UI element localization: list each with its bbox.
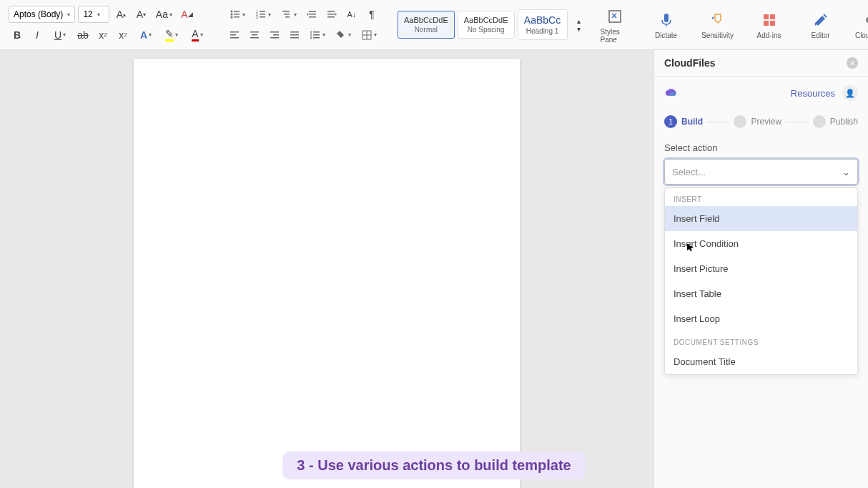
borders-button[interactable]: ▾ bbox=[357, 26, 380, 44]
big-btn-label: Sensitivity bbox=[701, 31, 734, 39]
line-spacing-button[interactable]: ▾ bbox=[306, 26, 329, 44]
svg-rect-30 bbox=[290, 31, 299, 33]
subscript-button[interactable]: x2 bbox=[94, 26, 112, 44]
font-family-value: Aptos (Body) bbox=[14, 9, 63, 19]
svg-point-2 bbox=[231, 14, 233, 16]
svg-rect-35 bbox=[313, 37, 320, 39]
document-page[interactable] bbox=[134, 59, 520, 488]
close-icon[interactable]: ✕ bbox=[847, 57, 858, 69]
svg-rect-17 bbox=[309, 16, 316, 18]
svg-rect-3 bbox=[234, 14, 240, 15]
dropdown-group-label: DOCUMENT SETTINGS bbox=[665, 331, 857, 349]
italic-button[interactable]: I bbox=[29, 26, 46, 44]
clear-formatting-button[interactable]: A◢ bbox=[178, 6, 195, 23]
step-number bbox=[734, 115, 746, 128]
bullets-button[interactable]: ▾ bbox=[226, 6, 249, 23]
chevron-down-icon: ▾ bbox=[67, 11, 70, 18]
bold-button[interactable]: B bbox=[9, 26, 26, 44]
addins-button[interactable]: Add-ins bbox=[749, 3, 789, 47]
user-icon[interactable]: 👤 bbox=[842, 85, 858, 101]
multilevel-list-button[interactable]: ▾ bbox=[277, 6, 300, 23]
editor-button[interactable]: Editor bbox=[801, 3, 841, 47]
increase-font-button[interactable]: A▴ bbox=[112, 6, 129, 23]
dictate-button[interactable]: Dictate bbox=[646, 3, 686, 47]
svg-rect-23 bbox=[230, 37, 239, 39]
underline-button[interactable]: U▾ bbox=[49, 26, 71, 44]
style-heading-1[interactable]: AaBbCc Heading 1 bbox=[518, 9, 568, 40]
resources-link[interactable]: Resources bbox=[791, 88, 835, 99]
svg-rect-12 bbox=[282, 11, 290, 12]
decrease-font-button[interactable]: A▾ bbox=[132, 6, 149, 23]
svg-rect-19 bbox=[327, 14, 335, 15]
sort-button[interactable]: A↓ bbox=[343, 6, 360, 23]
svg-rect-32 bbox=[290, 37, 299, 39]
svg-rect-29 bbox=[270, 37, 279, 39]
font-family-select[interactable]: Aptos (Body) ▾ bbox=[9, 6, 75, 23]
svg-rect-16 bbox=[309, 14, 316, 15]
svg-rect-45 bbox=[770, 21, 775, 26]
align-left-button[interactable] bbox=[226, 26, 243, 44]
style-no-spacing[interactable]: AaBbCcDdE No Spacing bbox=[458, 11, 515, 39]
svg-rect-7 bbox=[260, 11, 265, 12]
microphone-icon bbox=[656, 10, 676, 30]
style-label: No Spacing bbox=[464, 26, 508, 34]
svg-rect-27 bbox=[270, 31, 279, 33]
dropdown-item-insert-condition[interactable]: Insert Condition bbox=[665, 231, 857, 256]
cloudfiles-panel: CloudFiles ✕ Resources 👤 1 Build Preview… bbox=[654, 50, 868, 488]
numbering-button[interactable]: 123▾ bbox=[252, 6, 275, 23]
justify-button[interactable] bbox=[286, 26, 303, 44]
align-center-button[interactable] bbox=[246, 26, 263, 44]
style-preview: AaBbCc bbox=[524, 14, 561, 26]
svg-rect-21 bbox=[230, 31, 239, 33]
dropdown-item-document-title[interactable]: Document Title bbox=[665, 349, 857, 374]
show-marks-button[interactable]: ¶ bbox=[363, 6, 380, 23]
step-preview[interactable]: Preview bbox=[734, 115, 781, 128]
ribbon-toolbar: Aptos (Body) ▾ 12 ▾ A▴ A▾ Aa▾ A◢ B I U▾ … bbox=[0, 0, 868, 50]
text-effects-button[interactable]: A▾ bbox=[134, 26, 157, 44]
step-label: Build bbox=[681, 117, 703, 127]
dropdown-item-insert-table[interactable]: Insert Table bbox=[665, 281, 857, 306]
action-select[interactable]: Select... ⌄ bbox=[664, 159, 858, 185]
highlight-button[interactable]: ✎▾ bbox=[160, 26, 183, 44]
styles-pane-button[interactable]: Styles Pane bbox=[595, 3, 635, 47]
svg-rect-1 bbox=[234, 11, 240, 12]
decrease-indent-button[interactable] bbox=[303, 6, 320, 23]
shading-button[interactable]: ▾ bbox=[332, 26, 355, 44]
dropdown-item-insert-field[interactable]: Insert Field bbox=[665, 206, 857, 231]
cloudfiles-button[interactable]: CloudFiles bbox=[852, 3, 868, 47]
chevron-down-icon: ⌄ bbox=[842, 167, 850, 177]
svg-rect-43 bbox=[770, 14, 775, 19]
section-label: Select action bbox=[664, 142, 858, 153]
dropdown-group-label: INSERT bbox=[665, 188, 857, 206]
styles-gallery: AaBbCcDdE Normal AaBbCcDdE No Spacing Aa… bbox=[395, 3, 591, 47]
align-right-button[interactable] bbox=[266, 26, 283, 44]
svg-rect-18 bbox=[327, 11, 335, 12]
sensitivity-button[interactable]: Sensitivity bbox=[698, 3, 738, 47]
increase-indent-button[interactable] bbox=[323, 6, 340, 23]
big-btn-label: Styles Pane bbox=[601, 28, 629, 44]
styles-more-button[interactable]: ▴▾ bbox=[571, 11, 588, 39]
dropdown-item-insert-loop[interactable]: Insert Loop bbox=[665, 306, 857, 331]
styles-pane-icon bbox=[605, 6, 625, 26]
step-build[interactable]: 1 Build bbox=[664, 115, 703, 128]
action-dropdown: INSERT Insert Field Insert Condition Ins… bbox=[664, 187, 858, 375]
font-size-value: 12 bbox=[83, 9, 92, 19]
svg-rect-40 bbox=[664, 14, 669, 22]
strikethrough-button[interactable]: ab bbox=[74, 26, 92, 44]
svg-rect-25 bbox=[252, 34, 257, 36]
document-canvas bbox=[0, 50, 654, 488]
font-size-select[interactable]: 12 ▾ bbox=[78, 6, 109, 23]
step-publish[interactable]: Publish bbox=[813, 115, 858, 128]
style-normal[interactable]: AaBbCcDdE Normal bbox=[398, 11, 455, 39]
style-preview: AaBbCcDdE bbox=[464, 16, 508, 24]
svg-rect-9 bbox=[260, 14, 265, 15]
addins-icon bbox=[759, 10, 779, 30]
dropdown-item-insert-picture[interactable]: Insert Picture bbox=[665, 256, 857, 281]
svg-rect-15 bbox=[309, 11, 316, 12]
superscript-button[interactable]: x2 bbox=[114, 26, 132, 44]
panel-title: CloudFiles bbox=[664, 57, 847, 69]
change-case-button[interactable]: Aa▾ bbox=[152, 6, 175, 23]
svg-point-4 bbox=[231, 16, 233, 19]
step-number bbox=[813, 115, 826, 128]
font-color-button[interactable]: A▾ bbox=[186, 26, 209, 44]
